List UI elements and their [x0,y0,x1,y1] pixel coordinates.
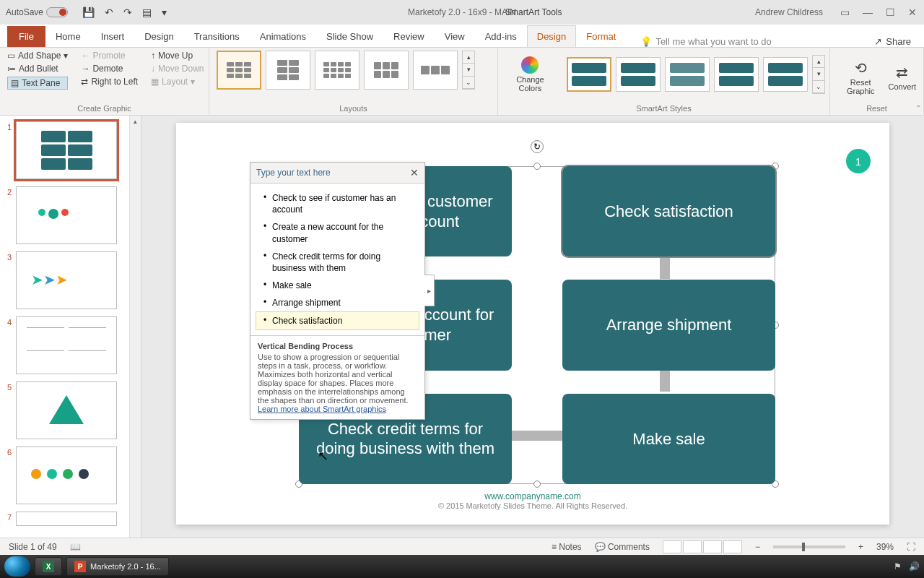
footer-url: www.companyname.com [176,491,889,501]
tab-slideshow[interactable]: Slide Show [316,25,383,47]
tell-me-placeholder: Tell me what you want to do [655,36,771,47]
user-name[interactable]: Andrew Childress [755,7,823,17]
redo-icon[interactable]: ↷ [123,7,132,18]
qat-more-icon[interactable]: ▾ [162,7,167,18]
slide-footer: www.companyname.com © 2015 Marketofy Sli… [176,491,889,510]
close-icon[interactable]: ✕ [908,7,917,18]
thumbnail-scrollbar[interactable]: ▴ [129,116,141,555]
text-pane-button[interactable]: ▤ Text Pane [7,77,68,90]
text-pane-item[interactable]: Check to see if customer has an account [256,189,419,218]
text-pane-item[interactable]: Create a new account for the customer [256,218,419,247]
text-pane-item-selected[interactable]: Check satisfaction [256,312,419,329]
demote-button[interactable]: → Demote [81,64,138,74]
collapse-ribbon-icon[interactable]: ⌃ [915,104,921,112]
promote-button[interactable]: ← Promote [81,51,138,61]
tab-animations[interactable]: Animations [250,25,316,47]
sorter-view-icon[interactable] [683,540,702,553]
notes-button[interactable]: ≡ Notes [552,542,582,552]
rtl-button[interactable]: ⇄ Right to Left [81,77,138,87]
autosave-toggle-icon[interactable] [46,7,68,17]
layout-option[interactable] [217,51,261,90]
text-pane-collapse-icon[interactable]: ▸ [424,275,435,306]
text-pane-item[interactable]: Make sale [256,277,419,294]
reset-graphic-button[interactable]: ⟲ Reset Graphic [837,59,884,95]
zoom-out-icon[interactable]: − [755,542,760,552]
convert-button[interactable]: ⇄ Convert [888,64,916,91]
layouts-gallery-scroll[interactable]: ▴▾⌄ [462,51,475,90]
zoom-slider[interactable] [773,545,845,548]
tab-home[interactable]: Home [45,25,91,47]
tab-file[interactable]: File [7,26,45,47]
start-button[interactable] [4,556,30,577]
add-bullet-button[interactable]: ≔ Add Bullet [7,64,68,74]
text-pane-description: Vertical Bending Process Use to show a p… [250,335,424,419]
reading-view-icon[interactable] [703,540,722,553]
share-button[interactable]: ↗ Share [874,36,911,47]
slide-thumbnail[interactable]: 4 [3,316,138,374]
tab-smartart-design[interactable]: Design [527,25,576,47]
tab-view[interactable]: View [435,25,475,47]
footer-copyright: © 2015 Marketofy Slides Theme. All Right… [176,501,889,510]
layout-option[interactable] [266,51,310,90]
layout-option[interactable] [413,51,458,90]
learn-more-link[interactable]: Learn more about SmartArt graphics [258,405,386,413]
style-option[interactable] [567,57,611,92]
slide-thumbnail[interactable]: 3 ➤➤➤ [3,251,138,309]
minimize-icon[interactable]: — [863,7,873,18]
tab-addins[interactable]: Add-ins [475,25,527,47]
smartart-text-pane[interactable]: Type your text here ✕ Check to see if cu… [250,162,425,420]
smartart-shape[interactable]: Make sale [562,394,775,484]
layout-option[interactable] [315,51,359,90]
tab-smartart-format[interactable]: Format [576,25,626,47]
slide-counter[interactable]: Slide 1 of 49 [9,542,57,552]
start-from-beginning-icon[interactable]: ▤ [142,7,152,18]
style-option[interactable] [665,57,710,92]
tray-volume-icon[interactable]: 🔊 [909,561,920,571]
slide-thumbnail[interactable]: 7 [3,512,138,526]
slide-editor[interactable]: 1 ↻ Check to see if customer [141,116,924,555]
slide-thumbnail[interactable]: 6 [3,447,138,504]
move-up-button[interactable]: ↑ Move Up [151,51,204,61]
slide-thumbnail[interactable]: 2 [3,186,138,244]
close-icon[interactable]: ✕ [410,167,419,178]
tab-review[interactable]: Review [383,25,435,47]
tab-transitions[interactable]: Transitions [184,25,250,47]
change-colors-button[interactable]: Change Colors [498,48,562,101]
lightbulb-icon: 💡 [640,36,652,47]
style-option[interactable] [616,57,661,92]
system-tray[interactable]: ⚑ 🔊 [894,561,920,571]
text-pane-item[interactable]: Arrange shipment [256,294,419,311]
maximize-icon[interactable]: ☐ [886,7,895,18]
smartart-shape[interactable]: Arrange shipment [562,280,775,370]
zoom-in-icon[interactable]: + [858,542,863,552]
style-option[interactable] [763,57,808,92]
slide-thumbnail[interactable]: 1 [3,121,138,179]
slideshow-view-icon[interactable] [723,540,742,553]
fit-to-window-icon[interactable]: ⛶ [907,542,915,552]
share-icon: ↗ [874,36,882,47]
tray-flag-icon[interactable]: ⚑ [894,561,902,571]
text-pane-item[interactable]: Check credit terms for doing business wi… [256,248,419,277]
tab-design[interactable]: Design [134,25,183,47]
styles-gallery-scroll[interactable]: ▴▾⌄ [812,55,825,94]
ribbon-options-icon[interactable]: ▭ [840,7,850,18]
save-icon[interactable]: 💾 [82,7,95,18]
tell-me-search[interactable]: 💡 Tell me what you want to do [640,36,771,47]
autosave[interactable]: AutoSave [6,7,68,17]
rotate-handle-icon[interactable]: ↻ [531,140,544,153]
layout-option[interactable] [364,51,409,90]
normal-view-icon[interactable] [663,540,681,553]
smartart-shape-selected[interactable]: Check satisfaction [562,166,775,256]
comments-button[interactable]: 💬 Comments [595,542,650,552]
move-down-button[interactable]: ↓ Move Down [151,64,204,74]
add-shape-button[interactable]: ▭ Add Shape ▾ [7,51,68,61]
slide-thumbnail[interactable]: 5 [3,381,138,439]
taskbar-excel[interactable]: X [35,557,62,576]
style-option[interactable] [714,57,759,92]
undo-icon[interactable]: ↶ [105,7,113,18]
taskbar-powerpoint[interactable]: PMarketofy 2.0 - 16... [66,557,169,576]
tab-insert[interactable]: Insert [91,25,135,47]
spell-check-icon[interactable]: 📖 [70,542,81,552]
zoom-level[interactable]: 39% [876,542,894,552]
layout-button[interactable]: ▦ Layout ▾ [151,77,204,87]
